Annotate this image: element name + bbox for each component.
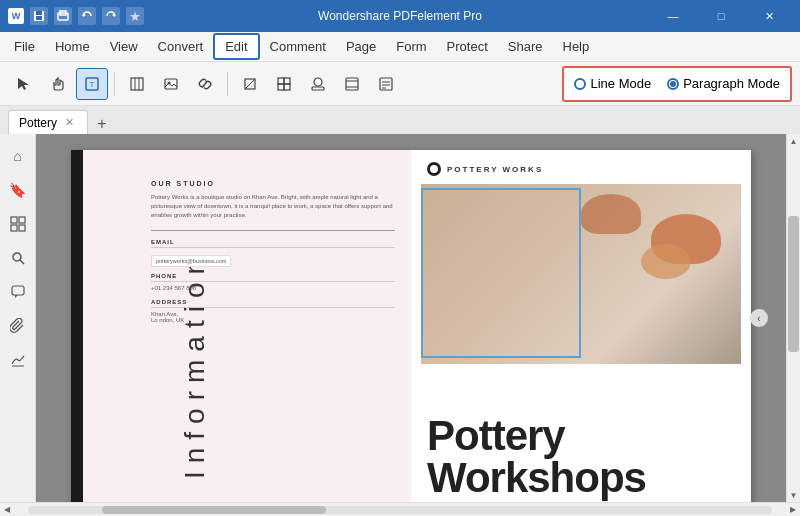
menu-file[interactable]: File <box>4 35 45 58</box>
svg-rect-23 <box>312 87 324 90</box>
crop-tool-btn[interactable] <box>121 68 153 100</box>
maximize-button[interactable]: □ <box>698 0 744 32</box>
page-left: Information OUR STUDIO Pottery Works is … <box>71 150 411 502</box>
scrollbar-track[interactable] <box>787 148 800 488</box>
paragraph-mode-radio[interactable] <box>667 78 679 90</box>
customize-quick-btn[interactable] <box>126 7 144 25</box>
svg-point-22 <box>314 78 322 86</box>
menu-share[interactable]: Share <box>498 35 553 58</box>
studio-header: OUR STUDIO <box>151 180 395 187</box>
menu-comment[interactable]: Comment <box>260 35 336 58</box>
line-mode-option[interactable]: Line Mode <box>574 76 651 91</box>
menu-convert[interactable]: Convert <box>148 35 214 58</box>
bottom-bar: ◀ ▶ <box>0 502 800 516</box>
undo-quick-btn[interactable] <box>78 7 96 25</box>
menu-bar: File Home View Convert Edit Comment Page… <box>0 32 800 62</box>
svg-rect-32 <box>19 217 25 223</box>
main-area: ⌂ 🔖 Information <box>0 134 800 502</box>
svg-rect-13 <box>165 79 177 89</box>
sidebar-attachment-icon[interactable] <box>4 312 32 340</box>
area-select-btn[interactable] <box>268 68 300 100</box>
bates-btn[interactable] <box>370 68 402 100</box>
h-scroll-right[interactable]: ▶ <box>786 503 800 517</box>
h-scrollbar-track[interactable] <box>28 506 772 514</box>
h-scrollbar-thumb[interactable] <box>102 506 325 514</box>
close-button[interactable]: ✕ <box>746 0 792 32</box>
svg-line-15 <box>203 82 207 86</box>
edit-text-tool-btn[interactable]: T <box>76 68 108 100</box>
tab-pottery[interactable]: Pottery ✕ <box>8 110 88 134</box>
tab-close-btn[interactable]: ✕ <box>65 116 74 129</box>
svg-rect-33 <box>11 225 17 231</box>
pottery-header: POTTERY WORKS <box>427 162 543 176</box>
svg-rect-10 <box>131 78 143 90</box>
line-mode-label: Line Mode <box>590 76 651 91</box>
link-tool-btn[interactable] <box>189 68 221 100</box>
left-sidebar: ⌂ 🔖 <box>0 134 36 502</box>
left-page-content: OUR STUDIO Pottery Works is a boutique s… <box>151 180 395 331</box>
menu-page[interactable]: Page <box>336 35 386 58</box>
scroll-down-arrow[interactable]: ▼ <box>787 488 800 502</box>
pottery-visual <box>421 184 741 364</box>
select-tool-btn[interactable] <box>8 68 40 100</box>
stamp-tool-btn[interactable] <box>302 68 334 100</box>
title-line1: Pottery <box>427 415 735 457</box>
menu-edit[interactable]: Edit <box>213 33 259 60</box>
address-label: ADDRESS <box>151 299 395 308</box>
svg-marker-7 <box>130 11 140 21</box>
svg-rect-1 <box>36 11 42 15</box>
title-bar-left: W <box>8 7 144 25</box>
sidebar-bookmark-icon[interactable]: 🔖 <box>4 176 32 204</box>
h-scroll-left[interactable]: ◀ <box>0 503 14 517</box>
right-scrollbar[interactable]: ▲ ▼ <box>786 134 800 502</box>
content-area[interactable]: Information OUR STUDIO Pottery Works is … <box>36 134 786 502</box>
menu-view[interactable]: View <box>100 35 148 58</box>
svg-rect-18 <box>278 78 284 84</box>
scrollbar-thumb[interactable] <box>788 216 799 352</box>
minimize-button[interactable]: — <box>650 0 696 32</box>
sidebar-thumbnails-icon[interactable] <box>4 210 32 238</box>
phone-label: PHONE <box>151 273 395 282</box>
watermark-tool-btn[interactable] <box>234 68 266 100</box>
paragraph-mode-label: Paragraph Mode <box>683 76 780 91</box>
toolbar-sep-2 <box>227 72 228 96</box>
document: Information OUR STUDIO Pottery Works is … <box>71 150 751 502</box>
menu-form[interactable]: Form <box>386 35 436 58</box>
pottery-dot <box>427 162 441 176</box>
svg-line-36 <box>20 260 24 264</box>
svg-text:T: T <box>90 80 95 89</box>
redo-quick-btn[interactable] <box>102 7 120 25</box>
sidebar-comment-icon[interactable] <box>4 278 32 306</box>
photo-highlight-box <box>421 188 581 358</box>
pottery-title: Pottery Workshops LEARN TOGETHER <box>427 415 735 502</box>
sidebar-signature-icon[interactable] <box>4 346 32 374</box>
app-icon: W <box>8 8 24 24</box>
right-panel-toggle[interactable]: ‹ <box>750 309 768 327</box>
hand-tool-btn[interactable] <box>42 68 74 100</box>
line-mode-radio[interactable] <box>574 78 586 90</box>
print-quick-btn[interactable] <box>54 7 72 25</box>
menu-help[interactable]: Help <box>553 35 600 58</box>
address-value: Khan Ave, Lo ndon, UK <box>151 311 395 323</box>
image-tool-btn[interactable] <box>155 68 187 100</box>
sidebar-search-icon[interactable] <box>4 244 32 272</box>
new-tab-btn[interactable]: + <box>92 114 112 134</box>
menu-protect[interactable]: Protect <box>437 35 498 58</box>
window-controls[interactable]: — □ ✕ <box>650 0 792 32</box>
svg-rect-19 <box>284 78 290 84</box>
scroll-up-arrow[interactable]: ▲ <box>787 134 800 148</box>
sidebar-home-icon[interactable]: ⌂ <box>4 142 32 170</box>
svg-rect-24 <box>346 78 358 90</box>
paragraph-mode-option[interactable]: Paragraph Mode <box>667 76 780 91</box>
toolbar-sep-1 <box>114 72 115 96</box>
header-footer-btn[interactable] <box>336 68 368 100</box>
svg-rect-21 <box>284 84 290 90</box>
menu-home[interactable]: Home <box>45 35 100 58</box>
studio-text: Pottery Works is a boutique studio on Kh… <box>151 193 395 220</box>
email-value: potteryworks@business.com <box>151 255 231 267</box>
svg-point-39 <box>430 165 438 173</box>
save-quick-btn[interactable] <box>30 7 48 25</box>
title-bar: W Wondershare PDFelement Pro — □ ✕ <box>0 0 800 32</box>
svg-rect-31 <box>11 217 17 223</box>
photo-area <box>421 184 741 364</box>
